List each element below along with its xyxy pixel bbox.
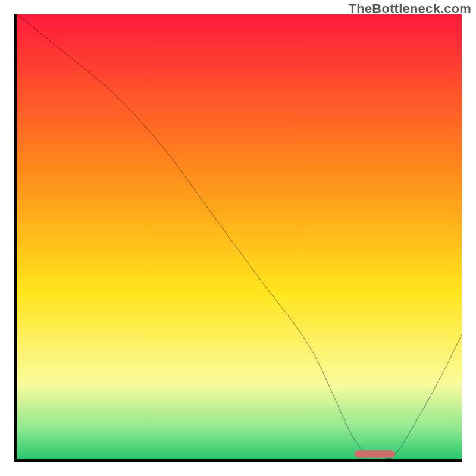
- optimal-marker: [355, 450, 394, 458]
- axes-frame: [14, 14, 462, 462]
- bottleneck-curve: [17, 14, 462, 458]
- curve-svg: [17, 14, 462, 459]
- plot-area: [17, 14, 462, 459]
- chart-container: TheBottleneck.com: [0, 0, 476, 476]
